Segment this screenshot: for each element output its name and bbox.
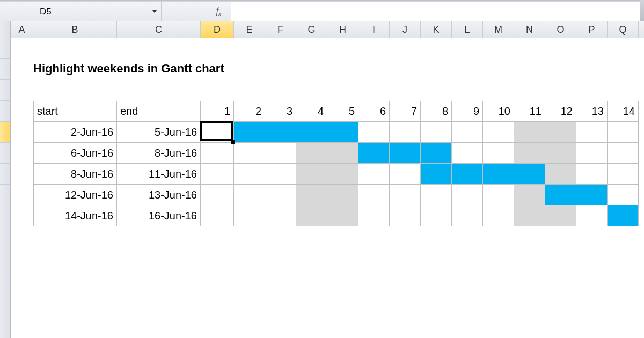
cell[interactable] [390, 289, 421, 310]
cell[interactable] [452, 38, 483, 59]
cell[interactable] [390, 80, 421, 101]
cell[interactable] [33, 247, 117, 268]
column-header-G[interactable]: G [296, 21, 327, 38]
cell[interactable] [390, 310, 421, 331]
row-header-6[interactable] [0, 143, 10, 164]
cell[interactable]: 6-Jun-16 [33, 143, 117, 164]
cell[interactable] [201, 164, 234, 185]
cell[interactable] [265, 80, 296, 101]
row-header-1[interactable] [0, 38, 10, 59]
cell[interactable] [265, 268, 296, 289]
column-header-B[interactable]: B [33, 21, 117, 38]
column-header-F[interactable]: F [265, 21, 296, 38]
cell[interactable] [514, 289, 545, 310]
cell[interactable] [608, 268, 639, 289]
cell[interactable] [514, 143, 545, 164]
cell[interactable]: 6 [358, 101, 390, 122]
column-header-Q[interactable]: Q [608, 21, 639, 38]
cell[interactable] [452, 310, 483, 331]
cell[interactable] [452, 185, 483, 205]
cell[interactable] [390, 164, 421, 185]
cell[interactable] [514, 38, 545, 59]
column-header-E[interactable]: E [234, 21, 265, 38]
cell[interactable] [327, 289, 358, 310]
cell[interactable] [452, 226, 483, 247]
cell[interactable] [452, 268, 483, 289]
column-header-K[interactable]: K [421, 21, 452, 38]
cell[interactable]: 8-Jun-16 [117, 143, 201, 164]
cell[interactable] [358, 268, 390, 289]
cell[interactable] [545, 38, 576, 59]
cell[interactable] [545, 164, 576, 185]
cells-grid[interactable]: Highlight weekends in Gantt chartstarten… [11, 38, 644, 331]
cell[interactable]: 11 [514, 101, 545, 122]
cell[interactable] [483, 289, 514, 310]
cell[interactable]: end [117, 101, 201, 122]
cell[interactable] [576, 289, 608, 310]
cell[interactable]: 12-Jun-16 [33, 185, 117, 205]
cell[interactable] [358, 289, 390, 310]
cell[interactable] [358, 38, 390, 59]
cell[interactable] [296, 143, 327, 164]
cell[interactable] [296, 164, 327, 185]
cell[interactable] [117, 247, 201, 268]
cell[interactable] [296, 38, 327, 59]
cell[interactable] [608, 226, 639, 247]
column-header-J[interactable]: J [390, 21, 421, 38]
cell[interactable] [327, 310, 358, 331]
cell[interactable] [234, 226, 265, 247]
cell[interactable] [514, 226, 545, 247]
cell[interactable] [483, 38, 514, 59]
cell[interactable] [545, 310, 576, 331]
cell[interactable] [327, 122, 358, 143]
cell[interactable] [11, 122, 33, 143]
cell[interactable] [483, 164, 514, 185]
cell[interactable] [358, 164, 390, 185]
row-header-2[interactable] [0, 59, 10, 80]
cell[interactable] [358, 226, 390, 247]
cell[interactable] [234, 310, 265, 331]
row-header-13[interactable] [0, 289, 10, 310]
column-header-P[interactable]: P [576, 21, 608, 38]
cell[interactable] [201, 268, 234, 289]
cell[interactable] [201, 143, 234, 164]
cell[interactable] [265, 164, 296, 185]
cell[interactable] [296, 205, 327, 226]
cell[interactable] [358, 80, 390, 101]
cell[interactable] [483, 310, 514, 331]
cell[interactable] [11, 59, 33, 80]
cell[interactable] [117, 59, 201, 80]
cell[interactable]: 1 [201, 101, 234, 122]
cell[interactable] [234, 185, 265, 205]
row-header-4[interactable] [0, 101, 10, 122]
cell[interactable]: 14-Jun-16 [33, 205, 117, 226]
column-header-A[interactable]: A [11, 21, 33, 38]
formula-bar-resize[interactable] [640, 0, 644, 21]
cell[interactable] [608, 289, 639, 310]
cell[interactable] [201, 289, 234, 310]
cell[interactable] [234, 247, 265, 268]
cell[interactable] [11, 185, 33, 205]
cell[interactable] [358, 185, 390, 205]
cell[interactable]: 13 [576, 101, 608, 122]
cell[interactable] [201, 38, 234, 59]
cell[interactable] [608, 122, 639, 143]
cell[interactable] [576, 143, 608, 164]
cell[interactable] [576, 122, 608, 143]
cell[interactable]: 5 [327, 101, 358, 122]
cell[interactable] [608, 59, 639, 80]
cell[interactable] [545, 59, 576, 80]
cell[interactable] [514, 80, 545, 101]
cell[interactable] [11, 247, 33, 268]
cell[interactable]: 8 [421, 101, 452, 122]
cell[interactable]: 10 [483, 101, 514, 122]
cell[interactable] [514, 185, 545, 205]
cell[interactable] [390, 38, 421, 59]
cell[interactable] [11, 164, 33, 185]
cell[interactable] [327, 59, 358, 80]
cell[interactable] [545, 143, 576, 164]
cell[interactable] [608, 310, 639, 331]
formula-input[interactable] [231, 2, 644, 21]
cell[interactable] [11, 143, 33, 164]
cell[interactable] [33, 289, 117, 310]
